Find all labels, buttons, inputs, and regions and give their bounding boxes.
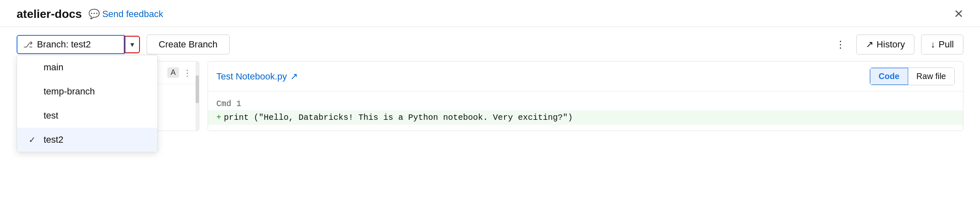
external-link-icon: ↗ [866,39,873,50]
branch-value: Branch: test2 [37,39,91,50]
code-view-panel: Test Notebook.py ↗ Code Raw file Cmd 1 +… [208,61,963,131]
branch-icon: ⎇ [23,40,33,50]
app-title: atelier-docs [17,7,82,21]
send-feedback-link[interactable]: 💬 Send feedback [88,9,163,20]
file-more-button[interactable]: ⋮ [183,68,191,78]
top-bar-left: atelier-docs 💬 Send feedback [17,7,163,21]
code-plus-icon: + [216,113,221,122]
chevron-down-icon: ▾ [130,40,134,49]
history-label: History [877,39,905,50]
toolbar: ⎇ Branch: test2 ▾ main temp-branch test … [0,27,980,54]
code-line: +print ("Hello, Databricks! This is a Py… [208,110,963,125]
raw-file-button[interactable]: Raw file [908,68,954,85]
code-header: Test Notebook.py ↗ Code Raw file [208,62,963,92]
code-body: Cmd 1 +print ("Hello, Databricks! This i… [208,92,963,131]
notebook-link[interactable]: Test Notebook.py ↗ [216,71,298,82]
notebook-filename: Test Notebook.py [216,71,287,82]
feedback-icon: 💬 [88,9,100,20]
branch-option-test2-label: test2 [44,134,146,145]
scrollbar-thumb[interactable] [196,75,199,103]
branch-option-main-label: main [44,62,146,73]
download-icon: ↓ [931,39,935,50]
send-feedback-label: Send feedback [102,9,163,20]
branch-input: ⎇ Branch: test2 [17,35,125,54]
branch-selector-wrapper: ⎇ Branch: test2 ▾ main temp-branch test … [17,35,140,54]
branch-option-temp-branch[interactable]: temp-branch [17,79,157,104]
pull-button[interactable]: ↓ Pull [921,35,963,54]
branch-option-test[interactable]: test [17,104,157,128]
more-options-button[interactable]: ⋮ [831,37,850,52]
external-link-icon: ↗ [290,71,298,82]
check-icon-test2: ✓ [29,135,37,145]
history-button[interactable]: ↗ History [856,35,914,54]
pull-label: Pull [938,39,954,50]
top-bar: atelier-docs 💬 Send feedback ✕ [0,0,980,27]
close-button[interactable]: ✕ [954,8,963,20]
branch-option-main[interactable]: main [17,55,157,79]
branch-dropdown-menu: main temp-branch test ✓ test2 [17,55,158,152]
file-badge: A [167,67,179,78]
create-branch-button[interactable]: Create Branch [147,35,230,54]
code-view-toggle: Code Raw file [870,67,955,85]
branch-option-test-label: test [44,110,146,121]
branch-option-test2[interactable]: ✓ test2 [17,128,157,152]
code-toggle-button[interactable]: Code [870,68,908,85]
branch-option-temp-branch-label: temp-branch [44,86,146,97]
branch-dropdown-button[interactable]: ▾ [125,36,140,53]
code-cmd-label: Cmd 1 [208,97,963,110]
scrollbar-track [196,62,199,131]
code-line-text: print ("Hello, Databricks! This is a Pyt… [224,113,573,122]
